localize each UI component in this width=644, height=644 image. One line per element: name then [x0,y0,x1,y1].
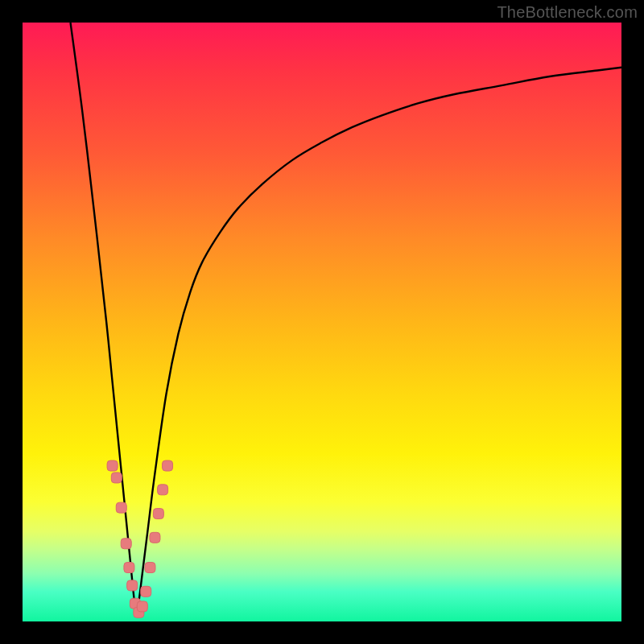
sample-point [158,485,168,495]
plot-area [23,23,621,621]
sample-point [121,539,131,549]
bottleneck-curve-path [71,23,621,616]
sample-point [116,502,126,513]
sample-point [111,473,122,483]
outer-frame: TheBottleneck.com [0,0,644,644]
sample-point [153,509,163,519]
sample-point [127,580,138,591]
sample-point [150,532,160,543]
sample-point [107,460,118,471]
sample-point [145,563,155,573]
sample-point [141,586,151,597]
watermark-text: TheBottleneck.com [497,3,638,22]
sample-point [137,601,147,612]
sample-point [124,563,134,573]
sample-point [163,460,173,471]
bottleneck-curve [71,23,621,616]
curve-layer [23,23,621,621]
